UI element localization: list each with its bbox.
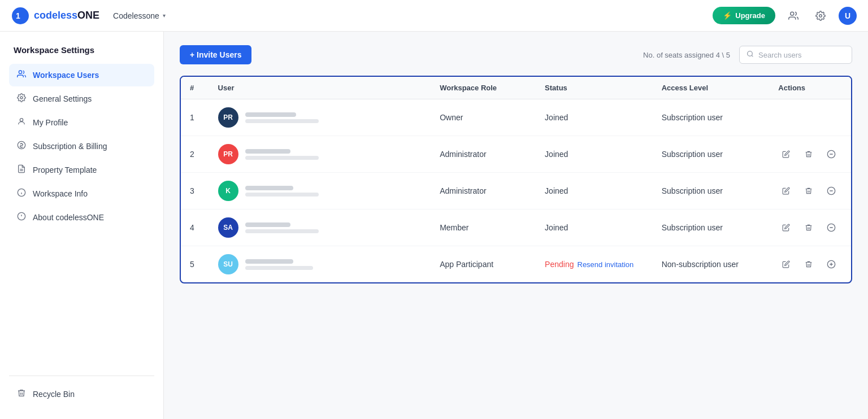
row-actions — [769, 173, 851, 210]
sidebar-item-workspace-info[interactable]: Workspace Info — [9, 182, 154, 205]
lightning-icon: ⚡ — [723, 11, 732, 20]
row-status: PendingResend invitation — [536, 246, 653, 283]
avatar: PR — [218, 107, 238, 128]
svg-point-16 — [748, 51, 753, 56]
user-email-bar — [245, 119, 319, 123]
edit-icon[interactable] — [778, 183, 794, 199]
sidebar-item-workspace-users[interactable]: Workspace Users — [9, 64, 154, 86]
recycle-bin-icon — [16, 389, 27, 400]
actions-cell — [778, 220, 842, 235]
settings-icon-button[interactable] — [811, 7, 830, 25]
row-access-level: Subscription user — [653, 173, 770, 210]
delete-icon[interactable] — [801, 146, 817, 162]
col-header-num: # — [181, 77, 209, 99]
delete-icon[interactable] — [801, 256, 817, 272]
svg-line-17 — [752, 55, 753, 56]
row-user: SA — [209, 210, 431, 246]
status-joined: Joined — [545, 223, 568, 232]
sidebar-item-general-settings[interactable]: General Settings — [9, 88, 154, 110]
row-actions — [769, 99, 851, 136]
row-number: 2 — [181, 136, 209, 173]
sidebar-nav: Workspace Users General Settings — [9, 64, 154, 371]
avatar: K — [218, 181, 238, 201]
workspace-name: Codelessone — [113, 11, 159, 20]
sidebar-item-about-codelessone[interactable]: About codelessONE — [9, 206, 154, 229]
sidebar-title: Workspace Settings — [9, 45, 154, 55]
avatar: PR — [218, 144, 238, 164]
user-cell: K — [218, 181, 422, 201]
avatar: SU — [218, 254, 238, 274]
row-user: PR — [209, 99, 431, 136]
table-row: 1 PR OwnerJoinedSubscription user — [181, 99, 851, 136]
search-input[interactable] — [758, 51, 845, 59]
row-access-level: Subscription user — [653, 99, 770, 136]
sidebar-item-label: Workspace Info — [33, 189, 88, 198]
svg-point-4 — [19, 71, 21, 73]
users-table: # User Workspace Role Status Access Leve… — [181, 77, 851, 282]
user-name-bar — [245, 112, 296, 117]
edit-icon[interactable] — [778, 146, 794, 162]
gear-icon — [16, 93, 27, 104]
row-actions — [769, 136, 851, 173]
actions-cell — [778, 183, 842, 199]
search-box — [739, 46, 852, 64]
row-status: Joined — [536, 136, 653, 173]
edit-icon[interactable] — [778, 256, 794, 272]
sidebar-item-label: Property Template — [33, 165, 97, 174]
sidebar-item-my-profile[interactable]: My Profile — [9, 111, 154, 134]
table-row: 2 PR AdministratorJoinedSubscription use… — [181, 136, 851, 173]
remove-circle-icon[interactable] — [823, 220, 839, 235]
table-row: 5 SU App ParticipantPendingResend invita… — [181, 246, 851, 283]
col-header-role: Workspace Role — [431, 77, 536, 99]
invite-users-button[interactable]: + Invite Users — [180, 45, 251, 64]
row-status: Joined — [536, 99, 653, 136]
workspace-selector[interactable]: Codelessone ▾ — [108, 9, 170, 23]
users-icon-button[interactable] — [784, 7, 802, 25]
add-circle-icon[interactable] — [823, 256, 839, 272]
table-row: 4 SA MemberJoinedSubscription user — [181, 210, 851, 246]
status-pending: Pending — [545, 260, 574, 269]
row-number: 3 — [181, 173, 209, 210]
sidebar-item-label: Workspace Users — [33, 71, 99, 80]
svg-point-0 — [12, 7, 29, 24]
row-access-level: Subscription user — [653, 136, 770, 173]
row-role: Administrator — [431, 173, 536, 210]
row-role: Member — [431, 210, 536, 246]
row-role: Owner — [431, 99, 536, 136]
table-header: # User Workspace Role Status Access Leve… — [181, 77, 851, 99]
actions-cell — [778, 256, 842, 272]
info-icon — [16, 188, 27, 199]
remove-circle-icon[interactable] — [823, 146, 839, 162]
user-avatar-button[interactable]: U — [839, 7, 857, 25]
remove-circle-icon[interactable] — [823, 183, 839, 199]
sidebar-item-subscription-billing[interactable]: Subscription & Billing — [9, 135, 154, 158]
row-actions — [769, 246, 851, 283]
status-joined: Joined — [545, 113, 568, 122]
logo-text: codelessONE — [34, 10, 99, 21]
row-status: Joined — [536, 210, 653, 246]
user-cell: SU — [218, 254, 422, 274]
row-user: SU — [209, 246, 431, 283]
delete-icon[interactable] — [801, 183, 817, 199]
sidebar-item-recycle-bin[interactable]: Recycle Bin — [9, 383, 154, 405]
sidebar-item-property-template[interactable]: Property Template — [9, 159, 154, 181]
resend-invitation-link[interactable]: Resend invitation — [578, 260, 634, 269]
users-table-container: # User Workspace Role Status Access Leve… — [180, 76, 852, 283]
user-name-bar — [245, 259, 293, 264]
chevron-down-icon: ▾ — [163, 12, 166, 19]
row-user: PR — [209, 136, 431, 173]
svg-point-5 — [20, 97, 23, 99]
upgrade-button[interactable]: ⚡ Upgrade — [713, 7, 775, 24]
row-access-level: Subscription user — [653, 210, 770, 246]
topnav: 1 codelessONE Codelessone ▾ ⚡ Upgrade U — [0, 0, 868, 32]
col-header-user: User — [209, 77, 431, 99]
svg-point-3 — [819, 14, 822, 17]
delete-icon[interactable] — [801, 220, 817, 235]
user-info — [245, 259, 313, 270]
edit-icon[interactable] — [778, 220, 794, 235]
user-cell: PR — [218, 144, 422, 164]
row-status: Joined — [536, 173, 653, 210]
template-icon — [16, 164, 27, 176]
avatar: SA — [218, 217, 238, 238]
row-actions — [769, 210, 851, 246]
